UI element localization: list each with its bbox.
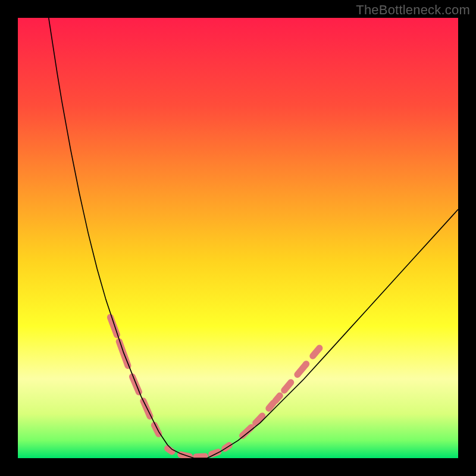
highlight-segment: [269, 403, 273, 409]
plot-background: [18, 18, 458, 458]
highlight-segment: [196, 456, 205, 457]
chart-frame: TheBottleneck.com: [0, 0, 476, 476]
watermark-text: TheBottleneck.com: [356, 2, 470, 18]
bottleneck-chart: [18, 18, 458, 458]
highlight-segment: [275, 396, 280, 401]
